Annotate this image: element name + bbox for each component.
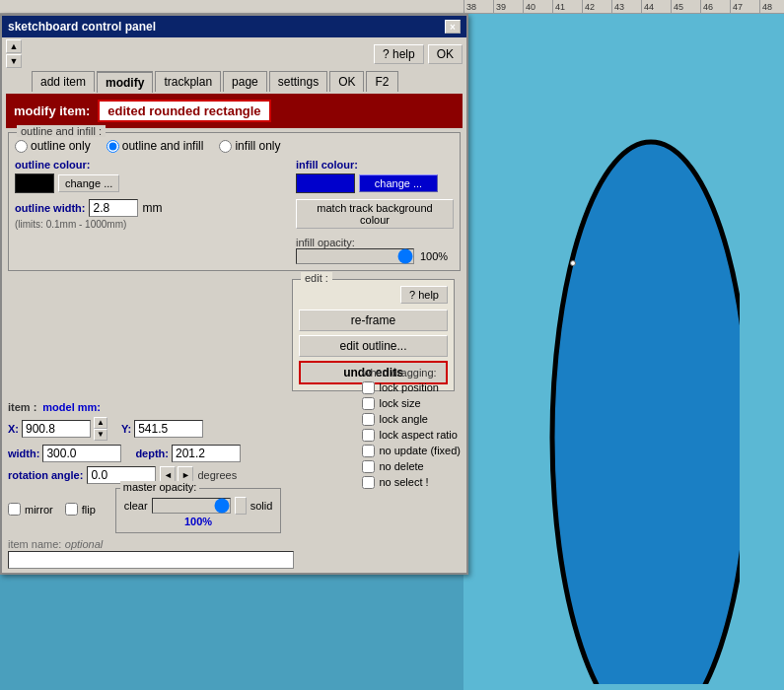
ruler-mark: 48: [759, 0, 784, 14]
no-delete-checkbox[interactable]: [362, 460, 375, 473]
outline-width-input[interactable]: [89, 199, 138, 217]
no-update-check[interactable]: no update (fixed): [362, 445, 461, 457]
x-spin-down[interactable]: ▼: [94, 429, 107, 441]
item-name-optional: optional: [65, 538, 104, 550]
scroll-up-button[interactable]: ▲: [6, 39, 22, 53]
dot-marker: [570, 260, 576, 266]
tab-ok[interactable]: OK: [329, 71, 364, 92]
when-dragging-section: when dragging: lock position lock size l…: [362, 367, 461, 492]
master-opacity-label: master opacity:: [120, 481, 200, 493]
flip-checkbox[interactable]: [65, 503, 78, 516]
title-bar: sketchboard control panel ×: [2, 16, 466, 37]
scroll-down-button[interactable]: ▼: [6, 54, 22, 68]
radio-outline-only[interactable]: outline only: [15, 139, 91, 153]
y-label: Y:: [121, 423, 131, 435]
ruler-mark: 44: [641, 0, 671, 14]
mirror-flip-row: mirror flip master opacity: clear solid …: [8, 488, 461, 533]
lock-size-checkbox[interactable]: [362, 397, 375, 410]
outline-width-row: outline width: mm: [15, 199, 288, 217]
tab-f2[interactable]: F2: [366, 71, 397, 92]
ruler-top: 38 39 40 41 42 43 44 45 46 47 48 49 50 5…: [0, 0, 784, 14]
position-row: X: ▲ ▼ Y: when dragging: lock position: [8, 417, 461, 441]
outline-width-label: outline width:: [15, 202, 85, 214]
lock-aspect-check[interactable]: lock aspect ratio: [362, 429, 461, 442]
infill-change-button[interactable]: change ...: [359, 174, 438, 192]
lock-position-checkbox[interactable]: [362, 381, 375, 394]
width-input[interactable]: [42, 445, 121, 462]
no-delete-check[interactable]: no delete: [362, 460, 461, 473]
reframe-button[interactable]: re-frame: [299, 310, 448, 331]
degrees-label: degrees: [197, 469, 237, 481]
mirror-checkbox[interactable]: [8, 503, 21, 516]
lock-aspect-checkbox[interactable]: [362, 429, 375, 442]
ruler-mark: 45: [671, 0, 700, 14]
panel: sketchboard control panel × ▲ ▼ ? help O…: [0, 14, 468, 575]
tab-page[interactable]: page: [223, 71, 267, 92]
model-label: model mm:: [42, 401, 101, 413]
radio-row: outline only outline and infill infill o…: [15, 139, 454, 153]
bottom-section: item : model mm: X: ▲ ▼ Y: when dragging…: [2, 397, 466, 573]
opacity-clear-label: clear: [124, 500, 148, 512]
y-input[interactable]: [134, 420, 203, 438]
opacity-percent-label: 100%: [184, 516, 212, 527]
infill-opacity-label: infill opacity:: [296, 237, 454, 248]
ruler-mark: 43: [611, 0, 641, 14]
item-name-input[interactable]: [8, 551, 294, 569]
svg-point-0: [552, 142, 740, 684]
modify-header: modify item: edited rounded rectangle: [6, 94, 463, 128]
no-select-check[interactable]: no select !: [362, 476, 461, 489]
master-opacity-slider[interactable]: [152, 498, 231, 514]
depth-input[interactable]: [172, 445, 241, 462]
match-track-button[interactable]: match track background colour: [296, 199, 454, 229]
width-label: width:: [8, 448, 39, 459]
x-label: X:: [8, 423, 19, 435]
ruler-mark: 38: [463, 0, 493, 14]
x-spin-up[interactable]: ▲: [94, 417, 107, 429]
infill-opacity-row: infill opacity: 100%: [296, 237, 454, 264]
outline-change-button[interactable]: change ...: [58, 174, 119, 192]
help-button[interactable]: ? help: [374, 44, 424, 64]
tab-modify[interactable]: modify: [97, 71, 153, 93]
ruler-mark: 40: [523, 0, 552, 14]
tab-add-item[interactable]: add item: [32, 71, 95, 92]
infill-colour-swatch: [296, 173, 355, 193]
edit-help-button[interactable]: ? help: [400, 286, 448, 304]
outline-colour-section: outline colour: change ...: [15, 159, 288, 193]
ruler-mark: 46: [700, 0, 730, 14]
master-opacity-box: master opacity: clear solid 100%: [115, 488, 281, 533]
outline-colour-label: outline colour:: [15, 159, 288, 171]
mirror-check[interactable]: mirror: [8, 503, 53, 516]
lock-angle-checkbox[interactable]: [362, 413, 375, 426]
close-button[interactable]: ×: [445, 20, 461, 34]
outline-width-unit: mm: [142, 201, 162, 215]
ok-button[interactable]: OK: [428, 44, 463, 64]
radio-outline-and-infill[interactable]: outline and infill: [107, 139, 204, 153]
edit-outline-button[interactable]: edit outline...: [299, 335, 448, 357]
canvas-shape: [523, 93, 740, 684]
lock-position-check[interactable]: lock position: [362, 381, 461, 394]
ruler-mark: 42: [582, 0, 611, 14]
lock-angle-check[interactable]: lock angle: [362, 413, 461, 426]
modify-item-value: edited rounded rectangle: [98, 100, 270, 122]
modify-item-label: modify item:: [14, 104, 90, 118]
depth-label: depth:: [135, 448, 169, 459]
x-input[interactable]: [22, 420, 91, 438]
item-label: item :: [8, 401, 36, 413]
tab-settings[interactable]: settings: [269, 71, 327, 92]
lock-size-check[interactable]: lock size: [362, 397, 461, 410]
panel-title: sketchboard control panel: [8, 20, 156, 34]
infill-colour-section: infill colour: change ...: [296, 159, 454, 193]
limits-text: (limits: 0.1mm - 1000mm): [15, 219, 288, 230]
opacity-solid-label: solid: [250, 500, 273, 512]
infill-colour-label: infill colour:: [296, 159, 454, 171]
infill-opacity-value: 100%: [420, 250, 448, 262]
ruler-mark: 39: [493, 0, 523, 14]
no-update-checkbox[interactable]: [362, 445, 375, 457]
tab-trackplan[interactable]: trackplan: [155, 71, 221, 92]
opacity-thumb: [235, 497, 247, 515]
ruler-mark: 47: [730, 0, 759, 14]
radio-infill-only[interactable]: infill only: [219, 139, 280, 153]
infill-opacity-slider[interactable]: [296, 248, 414, 264]
no-select-checkbox[interactable]: [362, 476, 375, 489]
flip-check[interactable]: flip: [65, 503, 96, 516]
